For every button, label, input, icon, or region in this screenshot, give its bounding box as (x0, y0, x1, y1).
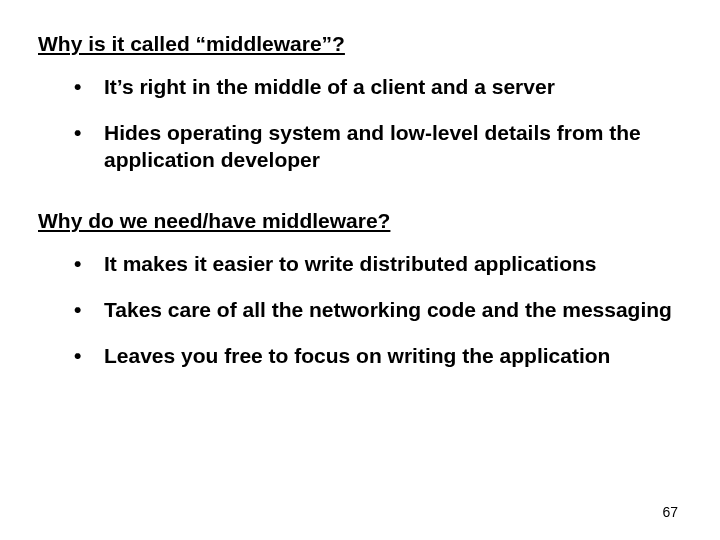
list-item: It makes it easier to write distributed … (74, 251, 682, 277)
page-number: 67 (662, 504, 678, 520)
section2-heading: Why do we need/have middleware? (38, 209, 682, 233)
section2-list: It makes it easier to write distributed … (38, 251, 682, 370)
list-item: Leaves you free to focus on writing the … (74, 343, 682, 369)
section1-list: It’s right in the middle of a client and… (38, 74, 682, 173)
slide-content: Why is it called “middleware”? It’s righ… (38, 32, 682, 370)
list-item: It’s right in the middle of a client and… (74, 74, 682, 100)
section1-heading: Why is it called “middleware”? (38, 32, 682, 56)
list-item: Hides operating system and low-level det… (74, 120, 682, 173)
list-item: Takes care of all the networking code an… (74, 297, 682, 323)
